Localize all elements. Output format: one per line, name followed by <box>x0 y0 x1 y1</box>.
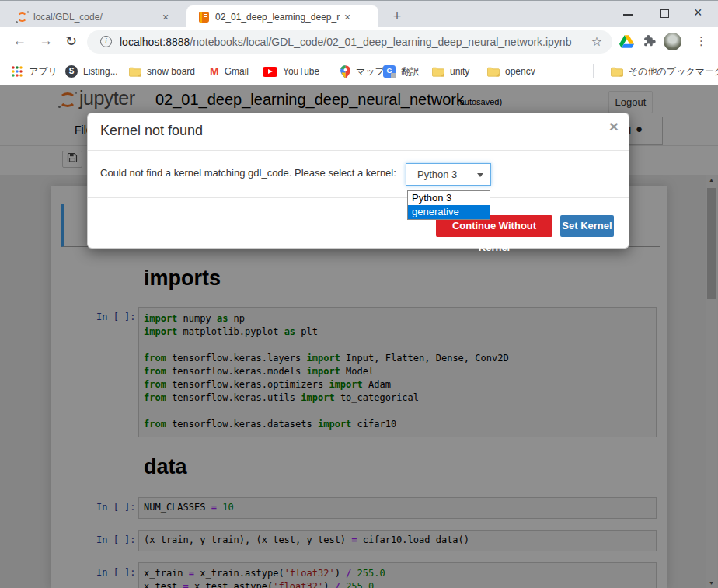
chevron-down-icon <box>477 173 483 177</box>
url-text: localhost:8888/notebooks/local/GDL_code/… <box>120 36 571 48</box>
set-kernel-button[interactable]: Set Kernel <box>560 215 614 237</box>
browser-menu-icon[interactable]: ⋮ <box>695 34 707 48</box>
dialog-footer-divider <box>88 197 629 198</box>
kernel-select-value: Python 3 <box>417 169 457 180</box>
tab-title: local/GDL_code/ <box>33 12 158 23</box>
folder-icon <box>611 67 623 77</box>
translate-icon: G <box>383 65 396 78</box>
bookmark-label: アプリ <box>29 65 58 78</box>
folder-icon <box>129 67 141 77</box>
bookmark-opencv[interactable]: opencv <box>487 63 535 80</box>
tab-strip: local/GDL_code/ × 02_01_deep_learning_de… <box>0 0 718 27</box>
tab-close-icon[interactable]: × <box>344 11 350 23</box>
url-input[interactable]: i localhost:8888/notebooks/local/GDL_cod… <box>87 30 612 54</box>
bookmark-maps[interactable]: マップ <box>340 63 385 80</box>
bookmarks-bar: アプリ S Listing... snow board M Gmail YouT… <box>0 57 718 85</box>
bookmark-label: YouTube <box>283 66 319 77</box>
notebook-favicon <box>199 12 209 23</box>
maps-pin-icon <box>340 65 350 78</box>
option-generative[interactable]: generative <box>408 205 490 219</box>
browser-tab-notebook[interactable]: 02_01_deep_learning_deep_neura × <box>186 5 378 28</box>
window-close-button[interactable]: × <box>694 5 702 21</box>
url-domain: localhost:8888 <box>120 36 190 48</box>
window-maximize-button[interactable] <box>660 9 669 18</box>
bookmark-youtube[interactable]: YouTube <box>263 63 319 80</box>
dialog-title: Kernel not found <box>100 123 203 139</box>
dialog-header-divider <box>88 150 629 151</box>
tab-close-icon[interactable]: × <box>162 11 169 23</box>
gmail-icon: M <box>210 66 219 77</box>
address-bar: ← → ↻ i localhost:8888/notebooks/local/G… <box>0 27 718 57</box>
bookmark-gmail[interactable]: M Gmail <box>210 63 249 80</box>
bookmark-label: マップ <box>356 65 385 78</box>
bookmark-star-icon[interactable]: ☆ <box>591 34 602 49</box>
youtube-icon <box>263 67 277 77</box>
bookmark-listing[interactable]: S Listing... <box>65 63 118 80</box>
browser-tab-gdl-code[interactable]: local/GDL_code/ × <box>6 7 186 27</box>
kernel-select[interactable]: Python 3 <box>406 163 491 186</box>
dialog-close-icon[interactable]: × <box>609 117 619 136</box>
dialog-message: Could not find a kernel matching gdl_cod… <box>100 167 396 179</box>
folder-icon <box>487 67 500 77</box>
back-icon[interactable]: ← <box>12 33 26 49</box>
bookmark-apps[interactable]: アプリ <box>11 63 58 80</box>
bookmark-label: 翻訳 <box>401 65 420 78</box>
tab-title: 02_01_deep_learning_deep_neura <box>215 12 340 23</box>
bookmark-label: unity <box>450 66 469 77</box>
reload-icon[interactable]: ↻ <box>65 33 77 50</box>
bookmark-unity[interactable]: unity <box>432 63 469 80</box>
jupyter-page: jupyter 02_01_deep_learning_deep_neural_… <box>0 85 718 588</box>
bookmark-snow-board[interactable]: snow board <box>129 63 195 80</box>
new-tab-button[interactable]: + <box>387 7 407 27</box>
profile-avatar[interactable] <box>664 33 681 50</box>
page-info-icon[interactable]: i <box>100 36 112 47</box>
google-drive-icon[interactable] <box>619 35 634 51</box>
extensions-puzzle-icon[interactable] <box>643 35 656 51</box>
kernel-not-found-dialog: Kernel not found × Could not find a kern… <box>87 113 629 249</box>
jupyter-favicon <box>17 12 27 22</box>
apps-grid-icon <box>11 65 23 78</box>
option-python3[interactable]: Python 3 <box>408 191 490 205</box>
bookmark-other-folder[interactable]: その他のブックマーク <box>611 63 718 80</box>
bookmarks-separator <box>593 64 594 78</box>
window-minimize-button[interactable] <box>623 14 633 16</box>
bookmark-label: snow board <box>147 66 195 77</box>
kernel-select-dropdown: Python 3 generative <box>407 190 490 220</box>
listing-site-icon: S <box>65 65 78 78</box>
bookmark-translate[interactable]: G 翻訳 <box>383 63 420 80</box>
folder-icon <box>432 67 444 77</box>
bookmark-label: その他のブックマーク <box>629 65 718 78</box>
url-path: /notebooks/local/GDL_code/02_01_deep_lea… <box>190 36 571 48</box>
bookmark-label: Listing... <box>83 66 118 77</box>
bookmark-label: Gmail <box>225 66 249 77</box>
forward-icon[interactable]: → <box>39 33 53 49</box>
bookmark-label: opencv <box>505 66 535 77</box>
